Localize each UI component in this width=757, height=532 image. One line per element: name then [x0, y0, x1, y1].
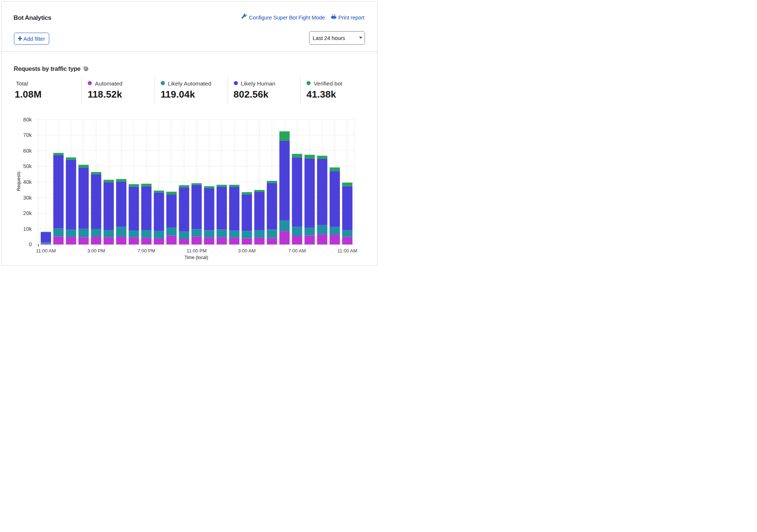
- svg-text:50k: 50k: [23, 163, 32, 169]
- svg-text:0: 0: [29, 241, 32, 247]
- svg-text:7:00 AM: 7:00 AM: [288, 248, 306, 254]
- svg-text:7:00 PM: 7:00 PM: [137, 248, 155, 254]
- svg-text:11:00 AM: 11:00 AM: [36, 248, 56, 254]
- svg-text:40k: 40k: [23, 179, 32, 185]
- svg-text:3:00 AM: 3:00 AM: [238, 248, 256, 254]
- svg-text:60k: 60k: [23, 148, 32, 154]
- svg-text:11:00 PM: 11:00 PM: [186, 248, 207, 254]
- svg-text:Requests: Requests: [16, 172, 21, 191]
- svg-text:3:00 PM: 3:00 PM: [87, 248, 105, 254]
- svg-text:30k: 30k: [23, 195, 32, 201]
- svg-text:Time (local): Time (local): [184, 255, 208, 260]
- svg-text:20k: 20k: [23, 210, 32, 216]
- svg-text:80k: 80k: [23, 117, 32, 123]
- svg-text:70k: 70k: [23, 132, 32, 138]
- svg-text:11:00 AM: 11:00 AM: [337, 248, 357, 254]
- svg-text:10k: 10k: [23, 226, 32, 232]
